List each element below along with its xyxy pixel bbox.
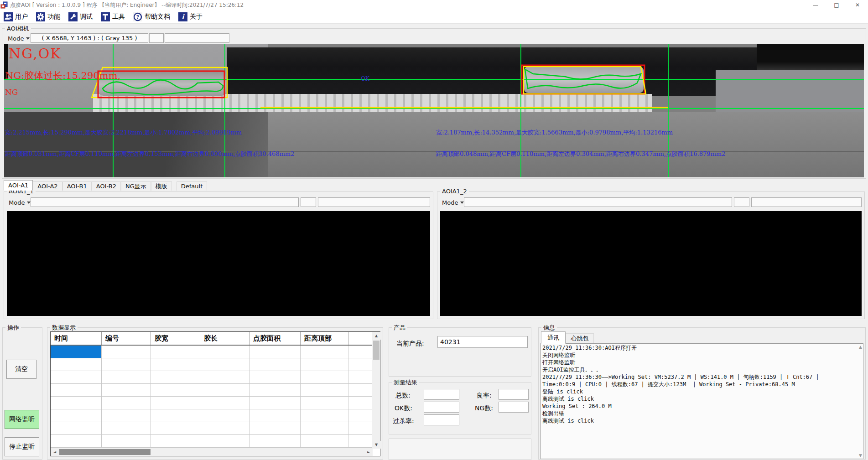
table-cell[interactable] <box>249 422 301 434</box>
tab-aoi-a1[interactable]: AOI-A1 <box>4 180 33 191</box>
tab-aoi-a2[interactable]: AOI-A2 <box>33 181 62 191</box>
col-dist-top[interactable]: 距离顶部 <box>301 332 348 345</box>
table-cell[interactable] <box>301 358 348 371</box>
table-cell[interactable] <box>151 397 200 409</box>
log-scroll-up-icon[interactable]: ▲ <box>859 345 862 349</box>
table-cell[interactable] <box>51 409 102 422</box>
minimize-button[interactable]: — <box>805 0 826 10</box>
pixel-info-field[interactable]: ( X 6568, Y 1463 ) : ( Gray 135 ) <box>31 33 148 43</box>
toolbar-function-button[interactable]: 功能 <box>36 12 60 21</box>
table-cell[interactable] <box>301 422 348 434</box>
table-cell[interactable] <box>102 397 151 409</box>
table-cell[interactable] <box>249 397 301 409</box>
view-b-field-3[interactable] <box>751 197 862 207</box>
col-glue-area[interactable]: 点胶面积 <box>249 332 301 345</box>
view-a-canvas[interactable] <box>7 211 430 316</box>
scroll-up-icon[interactable]: ▲ <box>372 332 380 340</box>
table-cell[interactable] <box>151 346 200 358</box>
table-cell[interactable] <box>151 371 200 383</box>
table-cell[interactable] <box>249 435 301 447</box>
scroll-down-icon[interactable]: ▼ <box>372 441 380 449</box>
table-cell[interactable] <box>301 384 348 396</box>
scroll-right-icon[interactable]: ► <box>364 448 373 456</box>
table-cell[interactable] <box>102 435 151 447</box>
col-glue-length[interactable]: 胶长 <box>200 332 249 345</box>
stop-listen-button[interactable]: 停止监听 <box>5 437 39 456</box>
network-listen-button[interactable]: 网络监听 <box>5 410 39 429</box>
table-cell[interactable] <box>200 384 249 396</box>
log-box[interactable]: 2021/7/29 11:36:30:AOI程序打开 关闭网络监听 打开网络监听… <box>541 343 863 459</box>
table-cell[interactable] <box>151 409 200 422</box>
view-a-field-2[interactable] <box>301 197 316 207</box>
table-cell[interactable] <box>200 422 249 434</box>
table-cell[interactable] <box>51 371 102 383</box>
hscroll-thumb[interactable] <box>59 449 151 455</box>
table-cell[interactable] <box>102 358 151 371</box>
clear-button[interactable]: 清空 <box>6 360 36 379</box>
view-a-field-3[interactable] <box>318 197 430 207</box>
toolbar-help-button[interactable]: ? 帮助文档 <box>133 12 170 21</box>
table-cell[interactable] <box>102 409 151 422</box>
tab-aoi-b1[interactable]: AOI-B1 <box>62 181 92 191</box>
view-b-field-2[interactable] <box>734 197 749 207</box>
view-b-mode-dropdown[interactable]: Mode <box>440 198 464 207</box>
table-cell[interactable] <box>301 397 348 409</box>
table-cell[interactable] <box>102 371 151 383</box>
ng-count-field[interactable] <box>499 402 529 413</box>
tab-heartbeat[interactable]: 心跳包 <box>566 333 594 344</box>
table-cell[interactable] <box>301 371 348 383</box>
toolbar-debug-button[interactable]: 调试 <box>68 12 93 21</box>
table-cell[interactable] <box>200 435 249 447</box>
table-cell[interactable] <box>51 397 102 409</box>
table-cell[interactable] <box>249 384 301 396</box>
table-cell[interactable] <box>51 435 102 447</box>
table-cell[interactable] <box>200 346 249 358</box>
tab-comm[interactable]: 通讯 <box>541 331 566 344</box>
camera-mode-dropdown[interactable]: Mode <box>6 34 30 43</box>
tab-default[interactable]: Default <box>177 181 208 191</box>
table-cell[interactable] <box>301 409 348 422</box>
camera-field-small[interactable] <box>149 33 164 43</box>
col-glue-width[interactable]: 胶宽 <box>151 332 200 345</box>
ok-count-field[interactable] <box>424 402 459 413</box>
camera-image[interactable]: NG,OK NG:胶体过长:15.290mm, NG OK 宽:2.215mm,… <box>4 44 864 177</box>
maximize-button[interactable]: □ <box>826 0 847 10</box>
table-cell[interactable] <box>102 422 151 434</box>
table-cell[interactable] <box>200 409 249 422</box>
table-cell-selected[interactable] <box>51 346 102 358</box>
toolbar-about-button[interactable]: i 关于 <box>178 12 203 21</box>
table-cell[interactable] <box>51 358 102 371</box>
table-cell[interactable] <box>200 358 249 371</box>
current-product-field[interactable]: 40231 <box>437 336 528 348</box>
yield-field[interactable] <box>499 389 529 400</box>
table-cell[interactable] <box>102 384 151 396</box>
table-cell[interactable] <box>200 371 249 383</box>
table-cell[interactable] <box>200 397 249 409</box>
vscroll-thumb[interactable] <box>373 341 379 360</box>
scroll-left-icon[interactable]: ◄ <box>51 448 59 456</box>
tab-template[interactable]: 模版 <box>151 181 172 191</box>
table-vertical-scrollbar[interactable]: ▲ ▼ <box>372 332 380 449</box>
view-b-field-1[interactable] <box>464 197 732 207</box>
tab-aoi-b2[interactable]: AOI-B2 <box>92 181 121 191</box>
log-scroll-down-icon[interactable]: ▼ <box>859 453 862 458</box>
table-cell[interactable] <box>51 384 102 396</box>
overkill-field[interactable] <box>424 414 459 425</box>
table-cell[interactable] <box>249 358 301 371</box>
view-a-mode-dropdown[interactable]: Mode <box>7 198 31 207</box>
tab-ng-display[interactable]: NG显示 <box>121 181 151 191</box>
table-cell[interactable] <box>301 435 348 447</box>
table-cell[interactable] <box>249 371 301 383</box>
table-cell[interactable] <box>151 384 200 396</box>
col-time[interactable]: 时间 <box>51 332 102 345</box>
toolbar-user-button[interactable]: 用户 <box>4 12 28 21</box>
close-button[interactable]: ✕ <box>847 0 868 10</box>
table-cell[interactable] <box>102 346 151 358</box>
table-cell[interactable] <box>151 435 200 447</box>
view-a-field-1[interactable] <box>31 197 299 207</box>
table-horizontal-scrollbar[interactable]: ◄ ► <box>51 448 373 456</box>
toolbar-tools-button[interactable]: 工具 <box>101 12 125 21</box>
total-field[interactable] <box>424 389 459 400</box>
table-cell[interactable] <box>301 346 348 358</box>
table-cell[interactable] <box>249 409 301 422</box>
